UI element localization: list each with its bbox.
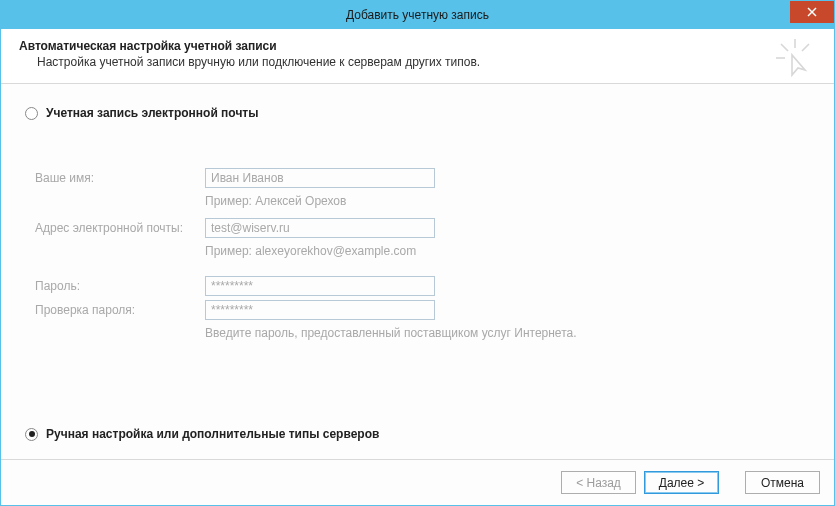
option-email-account[interactable]: Учетная запись электронной почты: [25, 106, 810, 120]
row-password-hint: Введите пароль, предоставленный поставщи…: [35, 324, 810, 340]
option-email-account-label: Учетная запись электронной почты: [46, 106, 259, 120]
email-field: [205, 218, 435, 238]
row-password: Пароль:: [35, 276, 810, 296]
row-email: Адрес электронной почты:: [35, 218, 810, 238]
email-label: Адрес электронной почты:: [35, 221, 205, 235]
close-icon: [807, 7, 817, 17]
option-manual[interactable]: Ручная настройка или дополнительные типы…: [25, 427, 379, 441]
wizard-header: Автоматическая настройка учетной записи …: [1, 29, 834, 84]
email-hint: Пример: alexeyorekhov@example.com: [205, 242, 416, 258]
password-hint: Введите пароль, предоставленный поставщи…: [205, 324, 577, 340]
password-label: Пароль:: [35, 279, 205, 293]
email-form: Ваше имя: Пример: Алексей Орехов Адрес э…: [35, 168, 810, 340]
svg-line-4: [802, 44, 809, 51]
row-name-hint: Пример: Алексей Орехов: [35, 192, 810, 208]
svg-line-3: [781, 44, 788, 51]
next-button[interactable]: Далее >: [644, 471, 719, 494]
password-field: [205, 276, 435, 296]
window-title: Добавить учетную запись: [346, 8, 489, 22]
header-subtitle: Настройка учетной записи вручную или под…: [37, 55, 816, 69]
radio-icon: [25, 428, 38, 441]
back-button: < Назад: [561, 471, 636, 494]
radio-icon: [25, 107, 38, 120]
header-title: Автоматическая настройка учетной записи: [19, 39, 816, 53]
name-field: [205, 168, 435, 188]
close-button[interactable]: [790, 1, 834, 23]
wizard-body: Учетная запись электронной почты Ваше им…: [1, 84, 834, 459]
row-name: Ваше имя:: [35, 168, 810, 188]
password-confirm-label: Проверка пароля:: [35, 303, 205, 317]
row-password-confirm: Проверка пароля:: [35, 300, 810, 320]
name-hint: Пример: Алексей Орехов: [205, 192, 346, 208]
name-label: Ваше имя:: [35, 171, 205, 185]
wizard-cursor-icon: [774, 37, 816, 79]
cancel-button[interactable]: Отмена: [745, 471, 820, 494]
add-account-window: Добавить учетную запись Автоматическая н…: [0, 0, 835, 506]
titlebar: Добавить учетную запись: [1, 1, 834, 29]
row-email-hint: Пример: alexeyorekhov@example.com: [35, 242, 810, 258]
wizard-footer: < Назад Далее > Отмена: [1, 459, 834, 505]
option-manual-label: Ручная настройка или дополнительные типы…: [46, 427, 379, 441]
password-confirm-field: [205, 300, 435, 320]
